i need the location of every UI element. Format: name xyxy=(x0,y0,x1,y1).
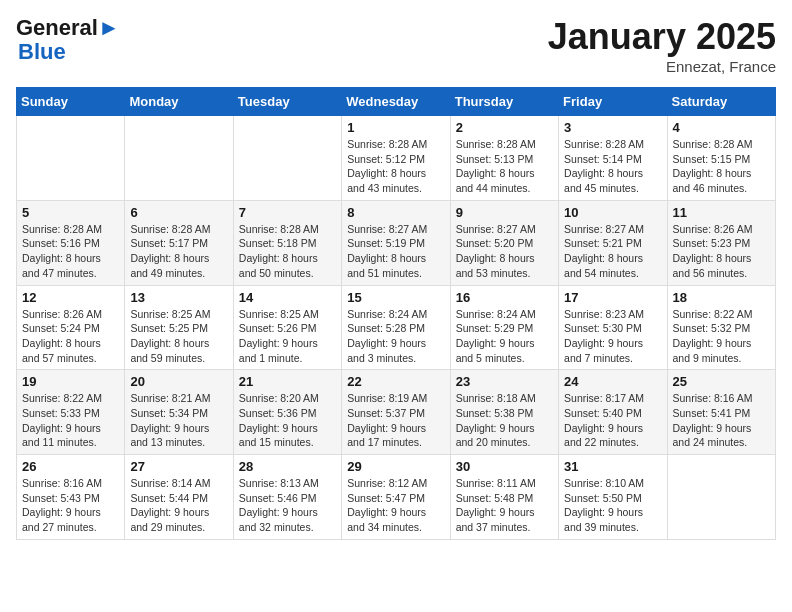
day-number: 8 xyxy=(347,205,444,220)
day-number: 25 xyxy=(673,374,770,389)
day-info: Sunrise: 8:24 AM Sunset: 5:28 PM Dayligh… xyxy=(347,307,444,366)
day-info: Sunrise: 8:22 AM Sunset: 5:32 PM Dayligh… xyxy=(673,307,770,366)
calendar-cell: 19Sunrise: 8:22 AM Sunset: 5:33 PM Dayli… xyxy=(17,370,125,455)
day-number: 14 xyxy=(239,290,336,305)
day-info: Sunrise: 8:17 AM Sunset: 5:40 PM Dayligh… xyxy=(564,391,661,450)
day-number: 5 xyxy=(22,205,119,220)
weekday-header-saturday: Saturday xyxy=(667,88,775,116)
day-info: Sunrise: 8:22 AM Sunset: 5:33 PM Dayligh… xyxy=(22,391,119,450)
day-info: Sunrise: 8:13 AM Sunset: 5:46 PM Dayligh… xyxy=(239,476,336,535)
day-number: 28 xyxy=(239,459,336,474)
day-info: Sunrise: 8:24 AM Sunset: 5:29 PM Dayligh… xyxy=(456,307,553,366)
calendar-cell: 7Sunrise: 8:28 AM Sunset: 5:18 PM Daylig… xyxy=(233,200,341,285)
week-row-4: 19Sunrise: 8:22 AM Sunset: 5:33 PM Dayli… xyxy=(17,370,776,455)
day-number: 13 xyxy=(130,290,227,305)
day-info: Sunrise: 8:28 AM Sunset: 5:12 PM Dayligh… xyxy=(347,137,444,196)
day-number: 31 xyxy=(564,459,661,474)
day-number: 30 xyxy=(456,459,553,474)
day-info: Sunrise: 8:27 AM Sunset: 5:21 PM Dayligh… xyxy=(564,222,661,281)
day-number: 7 xyxy=(239,205,336,220)
calendar-cell: 30Sunrise: 8:11 AM Sunset: 5:48 PM Dayli… xyxy=(450,455,558,540)
calendar-cell: 20Sunrise: 8:21 AM Sunset: 5:34 PM Dayli… xyxy=(125,370,233,455)
weekday-header-friday: Friday xyxy=(559,88,667,116)
day-info: Sunrise: 8:20 AM Sunset: 5:36 PM Dayligh… xyxy=(239,391,336,450)
calendar-cell: 26Sunrise: 8:16 AM Sunset: 5:43 PM Dayli… xyxy=(17,455,125,540)
day-info: Sunrise: 8:26 AM Sunset: 5:24 PM Dayligh… xyxy=(22,307,119,366)
calendar-cell: 17Sunrise: 8:23 AM Sunset: 5:30 PM Dayli… xyxy=(559,285,667,370)
day-info: Sunrise: 8:25 AM Sunset: 5:25 PM Dayligh… xyxy=(130,307,227,366)
title-block: January 2025 Ennezat, France xyxy=(548,16,776,75)
logo-blue-text: Blue xyxy=(18,40,66,64)
day-info: Sunrise: 8:14 AM Sunset: 5:44 PM Dayligh… xyxy=(130,476,227,535)
calendar-cell: 11Sunrise: 8:26 AM Sunset: 5:23 PM Dayli… xyxy=(667,200,775,285)
day-info: Sunrise: 8:28 AM Sunset: 5:18 PM Dayligh… xyxy=(239,222,336,281)
day-info: Sunrise: 8:23 AM Sunset: 5:30 PM Dayligh… xyxy=(564,307,661,366)
day-number: 4 xyxy=(673,120,770,135)
weekday-header-thursday: Thursday xyxy=(450,88,558,116)
calendar-cell: 4Sunrise: 8:28 AM Sunset: 5:15 PM Daylig… xyxy=(667,116,775,201)
calendar-cell: 23Sunrise: 8:18 AM Sunset: 5:38 PM Dayli… xyxy=(450,370,558,455)
day-info: Sunrise: 8:28 AM Sunset: 5:17 PM Dayligh… xyxy=(130,222,227,281)
day-number: 3 xyxy=(564,120,661,135)
calendar-cell: 5Sunrise: 8:28 AM Sunset: 5:16 PM Daylig… xyxy=(17,200,125,285)
day-info: Sunrise: 8:18 AM Sunset: 5:38 PM Dayligh… xyxy=(456,391,553,450)
calendar-cell: 29Sunrise: 8:12 AM Sunset: 5:47 PM Dayli… xyxy=(342,455,450,540)
day-number: 24 xyxy=(564,374,661,389)
day-number: 9 xyxy=(456,205,553,220)
logo-blue: ► xyxy=(98,15,120,40)
month-title: January 2025 xyxy=(548,16,776,58)
day-number: 15 xyxy=(347,290,444,305)
day-number: 11 xyxy=(673,205,770,220)
calendar-cell: 2Sunrise: 8:28 AM Sunset: 5:13 PM Daylig… xyxy=(450,116,558,201)
calendar-cell: 24Sunrise: 8:17 AM Sunset: 5:40 PM Dayli… xyxy=(559,370,667,455)
day-info: Sunrise: 8:27 AM Sunset: 5:20 PM Dayligh… xyxy=(456,222,553,281)
day-number: 12 xyxy=(22,290,119,305)
week-row-2: 5Sunrise: 8:28 AM Sunset: 5:16 PM Daylig… xyxy=(17,200,776,285)
day-number: 10 xyxy=(564,205,661,220)
weekday-header-monday: Monday xyxy=(125,88,233,116)
calendar-cell: 12Sunrise: 8:26 AM Sunset: 5:24 PM Dayli… xyxy=(17,285,125,370)
week-row-5: 26Sunrise: 8:16 AM Sunset: 5:43 PM Dayli… xyxy=(17,455,776,540)
day-number: 18 xyxy=(673,290,770,305)
day-info: Sunrise: 8:16 AM Sunset: 5:43 PM Dayligh… xyxy=(22,476,119,535)
day-number: 29 xyxy=(347,459,444,474)
logo: General► Blue xyxy=(16,16,120,64)
calendar-cell: 8Sunrise: 8:27 AM Sunset: 5:19 PM Daylig… xyxy=(342,200,450,285)
calendar-cell xyxy=(17,116,125,201)
weekday-header-wednesday: Wednesday xyxy=(342,88,450,116)
day-number: 27 xyxy=(130,459,227,474)
day-info: Sunrise: 8:21 AM Sunset: 5:34 PM Dayligh… xyxy=(130,391,227,450)
day-info: Sunrise: 8:11 AM Sunset: 5:48 PM Dayligh… xyxy=(456,476,553,535)
calendar-cell: 3Sunrise: 8:28 AM Sunset: 5:14 PM Daylig… xyxy=(559,116,667,201)
calendar-table: SundayMondayTuesdayWednesdayThursdayFrid… xyxy=(16,87,776,540)
calendar-cell: 18Sunrise: 8:22 AM Sunset: 5:32 PM Dayli… xyxy=(667,285,775,370)
calendar-cell: 15Sunrise: 8:24 AM Sunset: 5:28 PM Dayli… xyxy=(342,285,450,370)
calendar-cell: 27Sunrise: 8:14 AM Sunset: 5:44 PM Dayli… xyxy=(125,455,233,540)
day-number: 1 xyxy=(347,120,444,135)
page-header: General► Blue January 2025 Ennezat, Fran… xyxy=(16,16,776,75)
day-number: 26 xyxy=(22,459,119,474)
day-number: 21 xyxy=(239,374,336,389)
week-row-1: 1Sunrise: 8:28 AM Sunset: 5:12 PM Daylig… xyxy=(17,116,776,201)
calendar-cell: 10Sunrise: 8:27 AM Sunset: 5:21 PM Dayli… xyxy=(559,200,667,285)
weekday-header-sunday: Sunday xyxy=(17,88,125,116)
day-info: Sunrise: 8:16 AM Sunset: 5:41 PM Dayligh… xyxy=(673,391,770,450)
day-number: 20 xyxy=(130,374,227,389)
location: Ennezat, France xyxy=(548,58,776,75)
calendar-cell: 21Sunrise: 8:20 AM Sunset: 5:36 PM Dayli… xyxy=(233,370,341,455)
day-info: Sunrise: 8:28 AM Sunset: 5:16 PM Dayligh… xyxy=(22,222,119,281)
calendar-cell: 28Sunrise: 8:13 AM Sunset: 5:46 PM Dayli… xyxy=(233,455,341,540)
day-info: Sunrise: 8:10 AM Sunset: 5:50 PM Dayligh… xyxy=(564,476,661,535)
day-info: Sunrise: 8:25 AM Sunset: 5:26 PM Dayligh… xyxy=(239,307,336,366)
weekday-header-tuesday: Tuesday xyxy=(233,88,341,116)
calendar-cell: 14Sunrise: 8:25 AM Sunset: 5:26 PM Dayli… xyxy=(233,285,341,370)
day-info: Sunrise: 8:28 AM Sunset: 5:14 PM Dayligh… xyxy=(564,137,661,196)
calendar-cell: 6Sunrise: 8:28 AM Sunset: 5:17 PM Daylig… xyxy=(125,200,233,285)
day-number: 19 xyxy=(22,374,119,389)
day-number: 6 xyxy=(130,205,227,220)
calendar-cell: 13Sunrise: 8:25 AM Sunset: 5:25 PM Dayli… xyxy=(125,285,233,370)
calendar-cell: 9Sunrise: 8:27 AM Sunset: 5:20 PM Daylig… xyxy=(450,200,558,285)
calendar-cell: 25Sunrise: 8:16 AM Sunset: 5:41 PM Dayli… xyxy=(667,370,775,455)
day-number: 23 xyxy=(456,374,553,389)
day-info: Sunrise: 8:19 AM Sunset: 5:37 PM Dayligh… xyxy=(347,391,444,450)
